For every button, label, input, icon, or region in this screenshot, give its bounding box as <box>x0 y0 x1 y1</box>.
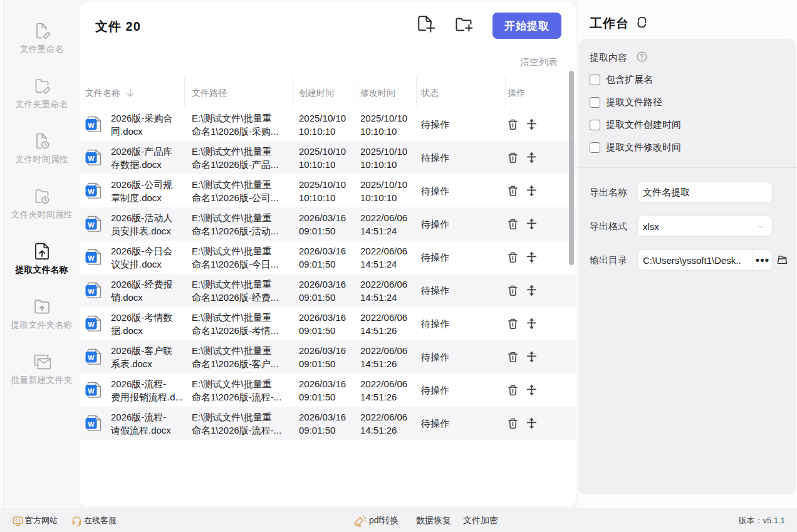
file-path: E:\测试文件\批量重 命名1\2026版-经费... <box>184 278 292 304</box>
move-row-icon[interactable] <box>526 284 537 297</box>
add-file-button[interactable] <box>417 16 435 33</box>
svg-text:W: W <box>88 122 95 129</box>
status-text: 待操作 <box>416 118 505 131</box>
delete-row-icon[interactable] <box>508 285 518 296</box>
file-list-panel: 文件 20 开始提取 清空列表 文件名称文件路径创建时间修改时间状态操作 W20… <box>80 2 576 506</box>
created-time: 2026/03/16 09:01:50 <box>292 278 355 304</box>
sidebar-item-5[interactable]: 提取文件名称 <box>3 243 81 293</box>
footer-link-label: 文件加密 <box>463 515 498 526</box>
delete-row-icon[interactable] <box>508 119 518 130</box>
file-name: 2026版-采购合 同.docx <box>111 112 184 138</box>
move-row-icon[interactable] <box>526 317 537 330</box>
file-table: 文件名称文件路径创建时间修改时间状态操作 W2026版-采购合 同.docxE:… <box>80 80 576 440</box>
delete-row-icon[interactable] <box>508 418 518 429</box>
checkbox-label: 提取文件路径 <box>606 96 662 108</box>
sort-down-icon[interactable] <box>127 89 134 98</box>
delete-row-icon[interactable] <box>508 252 518 263</box>
column-header-label: 文件名称 <box>85 88 120 99</box>
output-dir-input[interactable]: C:\Users\yssoft1\Desk..••• <box>637 249 773 271</box>
modified-time: 2022/06/06 14:51:26 <box>355 410 416 437</box>
move-row-icon[interactable] <box>526 184 537 197</box>
column-separator <box>505 76 506 107</box>
move-row-icon[interactable] <box>526 217 537 231</box>
file-name: 2026版-客户联 系表.docx <box>111 344 184 370</box>
word-icon: W <box>85 348 102 365</box>
checkbox-row-3[interactable]: 提取文件创建时间 <box>590 119 681 131</box>
modified-time: 2022/06/06 14:51:26 <box>355 311 416 337</box>
modified-time: 2022/06/06 14:51:26 <box>355 344 416 370</box>
move-row-icon[interactable] <box>526 118 537 131</box>
svg-text:W: W <box>88 354 95 362</box>
megaphone-icon <box>353 514 367 528</box>
move-row-icon[interactable] <box>526 251 537 264</box>
column-header-label: 操作 <box>508 88 525 99</box>
status-text: 待操作 <box>416 350 505 363</box>
footer-link-left-2[interactable]: 在线客服 <box>71 509 117 532</box>
browse-button[interactable]: ••• <box>753 250 772 270</box>
sidebar-item-4[interactable]: 文件夹时间属性 <box>3 187 81 237</box>
column-header-1[interactable]: 文件名称 <box>80 88 184 99</box>
table-row: W2026版-今日会 议安排.docxE:\测试文件\批量重 命名1\2026版… <box>80 241 576 274</box>
created-time: 2025/10/10 10:10:10 <box>292 178 355 204</box>
move-row-icon[interactable] <box>526 350 537 363</box>
sidebar-item-3[interactable]: 文件时间属性 <box>3 132 81 182</box>
column-header-3: 创建时间 <box>292 88 355 99</box>
word-icon: W <box>85 382 102 399</box>
footer-link-center-3[interactable]: 文件加密 <box>463 509 498 532</box>
move-row-icon[interactable] <box>526 417 537 430</box>
checkbox[interactable] <box>590 120 600 130</box>
word-icon: W <box>85 315 102 332</box>
export-name-input[interactable]: 文件名提取 <box>637 182 773 203</box>
column-header-4: 修改时间 <box>355 88 416 99</box>
footer-link-left-1[interactable]: 官方网站 <box>13 509 58 532</box>
sidebar-item-6[interactable]: 提取文件夹名称 <box>3 298 81 348</box>
sidebar-item-7[interactable]: 批量新建文件夹 <box>3 353 81 403</box>
checkbox[interactable] <box>590 97 600 108</box>
checkbox[interactable] <box>590 75 600 85</box>
add-folder-button[interactable] <box>456 18 474 31</box>
open-folder-icon[interactable] <box>776 255 788 265</box>
export-format-input[interactable]: xlsx <box>637 216 773 237</box>
svg-text:W: W <box>88 254 95 262</box>
chevron-down-icon <box>759 226 764 229</box>
table-row: W2026版-活动人 员安排表.docxE:\测试文件\批量重 命名1\2026… <box>80 207 576 241</box>
delete-row-icon[interactable] <box>508 185 518 197</box>
move-row-icon[interactable] <box>526 383 537 397</box>
delete-row-icon[interactable] <box>508 352 518 363</box>
status-text: 待操作 <box>416 383 505 397</box>
svg-text:W: W <box>88 321 95 328</box>
status-text: 待操作 <box>416 217 505 231</box>
status-text: 待操作 <box>416 317 505 330</box>
footer-link-center-2[interactable]: 数据恢复 <box>416 509 451 532</box>
svg-text:W: W <box>88 188 95 196</box>
modified-time: 2025/10/10 10:10:10 <box>355 112 416 138</box>
sidebar-item-2[interactable]: 文件夹重命名 <box>3 77 81 127</box>
output-dir-row: 输出目录C:\Users\yssoft1\Desk..••• <box>590 249 796 271</box>
file-up-icon <box>33 243 51 260</box>
checkbox-row-4[interactable]: 提取文件修改时间 <box>590 142 681 154</box>
move-row-icon[interactable] <box>526 151 537 164</box>
checkbox[interactable] <box>590 142 600 153</box>
main-header: 文件 20 开始提取 <box>80 2 576 50</box>
created-time: 2026/03/16 09:01:50 <box>292 211 355 237</box>
footer-link-label: pdf转换 <box>369 515 399 526</box>
delete-row-icon[interactable] <box>508 152 518 164</box>
table-scrollbar[interactable] <box>569 71 574 265</box>
workbench-title: 工作台 <box>590 15 629 32</box>
sidebar-item-1[interactable]: 文件重命名 <box>3 22 81 72</box>
divider <box>578 167 797 168</box>
column-header-5: 状态 <box>416 88 505 99</box>
delete-row-icon[interactable] <box>508 318 518 330</box>
refresh-icon[interactable] <box>637 17 647 28</box>
checkbox-row-2[interactable]: 提取文件路径 <box>590 96 662 108</box>
delete-row-icon[interactable] <box>508 219 518 230</box>
delete-row-icon[interactable] <box>508 385 518 396</box>
clear-list-link[interactable]: 清空列表 <box>520 56 558 68</box>
footer-link-center-1[interactable]: pdf转换 <box>353 509 399 532</box>
footer-link-label: 数据恢复 <box>416 515 451 526</box>
modified-time: 2025/10/10 10:10:10 <box>355 178 416 204</box>
checkbox-label: 包含扩展名 <box>606 74 653 86</box>
help-icon[interactable] <box>637 51 647 62</box>
checkbox-row-1[interactable]: 包含扩展名 <box>590 74 653 86</box>
start-extract-button[interactable]: 开始提取 <box>492 13 561 39</box>
